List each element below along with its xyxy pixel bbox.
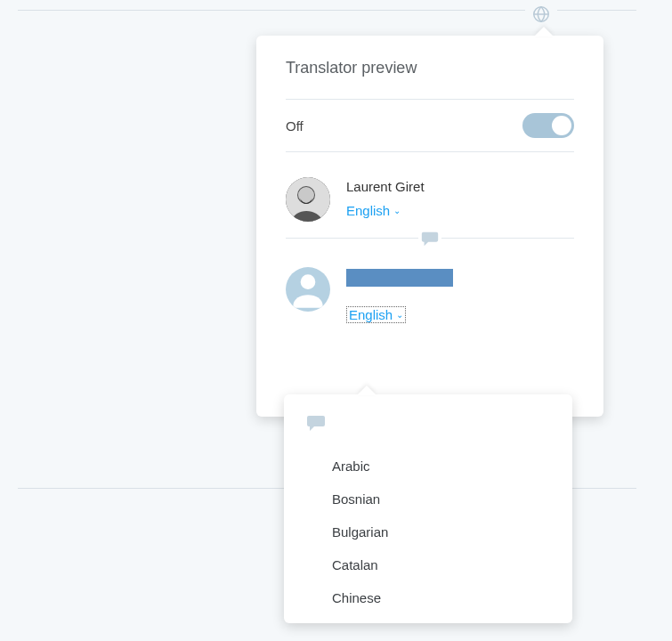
language-option[interactable]: Bulgarian bbox=[284, 515, 572, 548]
primary-person-row: Laurent Giret English ⌄ bbox=[286, 152, 574, 231]
primary-language-select[interactable]: English ⌄ bbox=[346, 203, 401, 218]
language-dropdown: Arabic Bosnian Bulgarian Catalan Chinese bbox=[284, 394, 572, 623]
svg-point-3 bbox=[298, 187, 314, 203]
toggle-state-label: Off bbox=[286, 118, 304, 134]
translator-toggle[interactable] bbox=[522, 113, 574, 138]
secondary-person-name-redacted bbox=[346, 269, 453, 287]
translator-popover: Translator preview Off Laurent Giret Eng… bbox=[256, 36, 603, 417]
secondary-person-info: English ⌄ bbox=[346, 267, 453, 323]
dropdown-header-icon bbox=[284, 412, 572, 450]
primary-language-label: English bbox=[346, 203, 390, 218]
chevron-down-icon: ⌄ bbox=[393, 206, 401, 215]
language-option[interactable]: Chinese bbox=[284, 581, 572, 614]
svg-point-4 bbox=[301, 274, 316, 289]
language-option[interactable]: Bosnian bbox=[284, 483, 572, 515]
conversation-separator bbox=[286, 238, 574, 239]
secondary-language-select[interactable]: English ⌄ bbox=[346, 306, 406, 323]
primary-person-info: Laurent Giret English ⌄ bbox=[346, 177, 425, 219]
chat-bubble-icon bbox=[418, 227, 441, 250]
translator-toggle-row: Off bbox=[286, 100, 574, 151]
language-option[interactable]: Arabic bbox=[284, 450, 572, 483]
secondary-language-label: English bbox=[349, 307, 393, 322]
globe-icon[interactable] bbox=[525, 0, 557, 30]
chevron-down-icon: ⌄ bbox=[396, 310, 403, 320]
toggle-knob bbox=[552, 116, 571, 135]
popover-title: Translator preview bbox=[286, 59, 574, 77]
primary-person-name: Laurent Giret bbox=[346, 179, 425, 194]
avatar bbox=[286, 177, 330, 222]
avatar-placeholder bbox=[286, 267, 330, 312]
language-option[interactable]: Catalan bbox=[284, 548, 572, 581]
secondary-person-row: English ⌄ bbox=[286, 239, 574, 323]
